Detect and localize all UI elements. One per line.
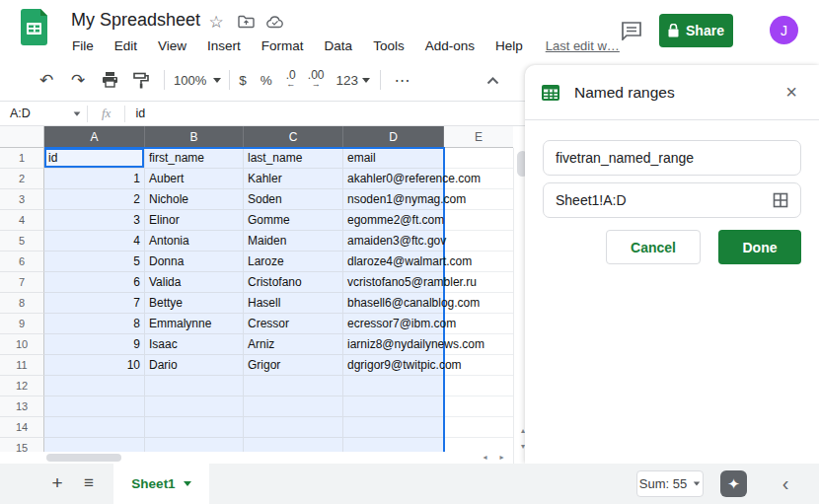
menu-edit[interactable]: Edit	[112, 37, 139, 54]
cell-D8[interactable]: bhasell6@canalblog.com	[343, 293, 444, 314]
cell-C1[interactable]: last_name	[244, 148, 343, 169]
name-box[interactable]: A:D	[0, 107, 87, 120]
cell-D5[interactable]: amaiden3@ftc.gov	[343, 231, 444, 252]
menu-file[interactable]: File	[70, 37, 96, 54]
cell-D13[interactable]	[343, 396, 444, 417]
done-button[interactable]: Done	[718, 230, 801, 264]
menu-help[interactable]: Help	[493, 37, 525, 54]
paint-format-button[interactable]	[128, 67, 154, 93]
add-sheet-button[interactable]: +	[45, 471, 69, 495]
row-header-13[interactable]: 13	[0, 396, 44, 417]
menu-data[interactable]: Data	[323, 37, 355, 54]
cell-D2[interactable]: akahler0@reference.com	[343, 169, 444, 189]
column-header-B[interactable]: B	[145, 126, 244, 148]
comment-history-button[interactable]	[618, 17, 645, 44]
cell-B10[interactable]: Isaac	[145, 334, 244, 355]
increase-decimal-button[interactable]: .00 →	[308, 71, 325, 89]
cell-A8[interactable]: 7	[44, 293, 145, 314]
cloud-saved-icon[interactable]	[266, 13, 284, 31]
range-reference-input[interactable]: Sheet1!A:D	[543, 182, 801, 218]
cell-A10[interactable]: 9	[44, 334, 145, 355]
cell-B14[interactable]	[145, 417, 244, 438]
row-header-10[interactable]: 10	[0, 334, 44, 355]
cell-B2[interactable]: Aubert	[145, 169, 244, 189]
row-header-9[interactable]: 9	[0, 314, 44, 334]
column-header-D[interactable]: D	[343, 126, 444, 148]
row-header-8[interactable]: 8	[0, 293, 44, 314]
column-header-A[interactable]: A	[44, 126, 145, 148]
cell-C9[interactable]: Cressor	[244, 314, 343, 334]
scroll-right-icon[interactable]: ▸	[494, 452, 509, 464]
menu-view[interactable]: View	[156, 37, 188, 54]
cell-D9[interactable]: ecressor7@ibm.com	[343, 314, 444, 334]
cancel-button[interactable]: Cancel	[606, 230, 701, 264]
cell-B3[interactable]: Nichole	[145, 189, 244, 210]
share-button[interactable]: Share	[659, 14, 733, 47]
undo-button[interactable]: ↶	[34, 67, 59, 93]
cell-B1[interactable]: first_name	[145, 148, 244, 169]
redo-button[interactable]: ↷	[65, 67, 91, 93]
cell-C12[interactable]	[244, 376, 343, 396]
row-header-7[interactable]: 7	[0, 272, 44, 293]
row-header-4[interactable]: 4	[0, 210, 44, 231]
cell-C7[interactable]: Cristofano	[244, 272, 343, 293]
cell-D6[interactable]: dlaroze4@walmart.com	[343, 252, 444, 272]
row-header-2[interactable]: 2	[0, 169, 44, 189]
cell-B8[interactable]: Bettye	[145, 293, 244, 314]
cell-A3[interactable]: 2	[44, 189, 145, 210]
column-header-E[interactable]: E	[444, 126, 513, 148]
star-icon[interactable]: ☆	[207, 13, 225, 31]
menu-addons[interactable]: Add-ons	[423, 37, 477, 54]
cell-C6[interactable]: Laroze	[244, 252, 343, 272]
cell-A7[interactable]: 6	[44, 272, 145, 293]
cell-C10[interactable]: Arniz	[244, 334, 343, 355]
menu-tools[interactable]: Tools	[371, 37, 407, 54]
format-currency-button[interactable]: $	[239, 73, 247, 88]
cell-C3[interactable]: Soden	[244, 189, 343, 210]
more-formats-button[interactable]: 123	[335, 73, 370, 88]
scroll-left-icon[interactable]: ◂	[478, 452, 492, 464]
cell-B7[interactable]: Valida	[145, 272, 244, 293]
sheets-logo-icon[interactable]	[21, 9, 47, 45]
format-percent-button[interactable]: %	[261, 73, 272, 88]
cell-A6[interactable]: 5	[44, 252, 145, 272]
cell-D10[interactable]: iarniz8@nydailynews.com	[343, 334, 444, 355]
column-header-C[interactable]: C	[244, 126, 343, 148]
zoom-selector[interactable]: 100%	[174, 73, 221, 88]
sheet-tab[interactable]: Sheet1	[113, 464, 209, 504]
row-header-6[interactable]: 6	[0, 252, 44, 272]
cell-C8[interactable]: Hasell	[244, 293, 343, 314]
cell-A11[interactable]: 10	[44, 355, 145, 376]
cell-D11[interactable]: dgrigor9@twitpic.com	[343, 355, 444, 376]
explore-button[interactable]: ✦	[720, 470, 747, 497]
last-edit-link[interactable]: Last edit w…	[546, 38, 620, 53]
range-name-input[interactable]: fivetran_named_range	[543, 140, 801, 176]
print-button[interactable]	[97, 67, 122, 93]
avatar[interactable]: J	[770, 16, 798, 44]
cell-A4[interactable]: 3	[44, 210, 145, 231]
cell-D14[interactable]	[343, 417, 444, 438]
horizontal-scrollbar[interactable]: ◂ ▸	[0, 452, 513, 464]
cell-D12[interactable]	[343, 376, 444, 396]
select-data-range-icon[interactable]	[773, 192, 788, 208]
cell-A13[interactable]	[44, 396, 145, 417]
row-header-14[interactable]: 14	[0, 417, 44, 438]
close-icon[interactable]: ×	[780, 81, 803, 105]
row-header-11[interactable]: 11	[0, 355, 44, 376]
cell-C14[interactable]	[244, 417, 343, 438]
decrease-decimal-button[interactable]: .0 ←	[286, 71, 296, 89]
cell-D4[interactable]: egomme2@ft.com	[343, 210, 444, 231]
cell-B12[interactable]	[145, 376, 244, 396]
cell-C5[interactable]: Maiden	[244, 231, 343, 252]
move-to-folder-icon[interactable]	[237, 13, 255, 31]
menu-insert[interactable]: Insert	[205, 37, 243, 54]
sum-summary-button[interactable]: Sum: 55	[636, 470, 704, 497]
cell-A14[interactable]	[44, 417, 145, 438]
cell-B5[interactable]: Antonia	[145, 231, 244, 252]
more-toolbar-options-button[interactable]: ⋯	[390, 67, 415, 93]
formula-input[interactable]: id	[125, 107, 145, 120]
horizontal-scrollbar-thumb[interactable]	[46, 454, 121, 462]
collapse-panel-chevron[interactable]: ‹	[776, 469, 795, 497]
cell-D3[interactable]: nsoden1@nymag.com	[343, 189, 444, 210]
cell-C4[interactable]: Gomme	[244, 210, 343, 231]
